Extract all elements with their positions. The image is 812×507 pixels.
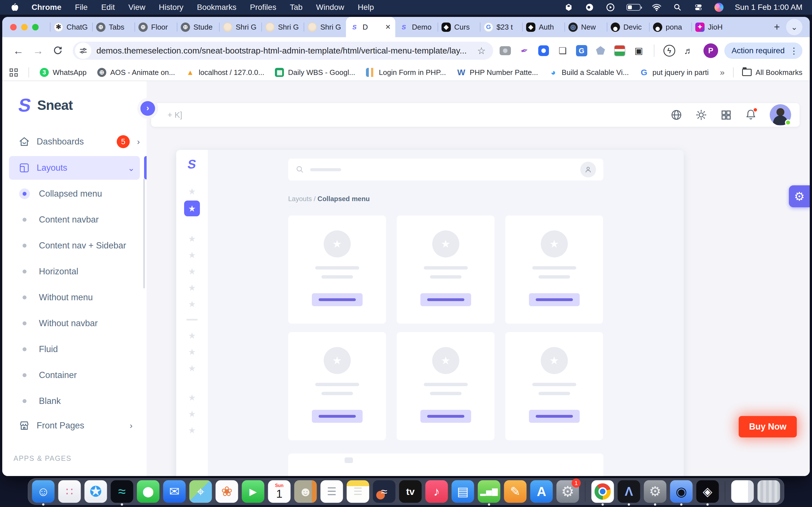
dock-mail-icon[interactable]: ✉ (163, 480, 186, 503)
menubar-history[interactable]: History (159, 3, 183, 12)
tab-demo[interactable]: S Demo (395, 17, 438, 37)
close-window-button[interactable] (10, 24, 17, 31)
dock-wave-app-icon[interactable]: ≈ (111, 480, 133, 503)
tab-shri-2[interactable]: Shri G (261, 17, 304, 37)
search-shortcut-hint[interactable]: + K] (167, 110, 182, 120)
camera-extension-icon[interactable] (499, 45, 511, 57)
dock-safari-icon[interactable]: ✪ (85, 480, 107, 503)
tab-jiohotstar[interactable]: ✦ JioH (691, 17, 733, 37)
menubar-help[interactable]: Help (358, 3, 374, 12)
dock-chrome-icon[interactable] (592, 480, 614, 503)
dock-blue-utility-icon[interactable]: ◉ (670, 480, 693, 503)
url-text[interactable]: demos.themeselection.com/sneat-bootstrap… (96, 46, 472, 55)
dock-apple-tv-icon[interactable]: tv (399, 480, 422, 503)
layout-preview-panel[interactable]: S ★ ★ ★ ★ ★ ★ ★ ★ ★ ★ ★ ★ ★ (176, 150, 684, 476)
battery-icon[interactable] (626, 4, 641, 11)
maximize-window-button[interactable] (32, 24, 39, 31)
dock-system-settings-icon[interactable]: ⚙ 1 (557, 480, 579, 503)
dock-keynote-icon[interactable]: ▤ (452, 480, 474, 503)
reload-button[interactable] (49, 42, 66, 59)
sidebar-item-front-pages[interactable]: Front Pages › (2, 414, 140, 438)
tab-shri-1[interactable]: Shri G (219, 17, 261, 37)
dock-reminders-icon[interactable]: ☰ (320, 480, 343, 503)
tab-stude[interactable]: ⊕ Stude (177, 17, 219, 37)
sidebar-item-content-nav-sidebar[interactable]: Content nav + Sidebar (2, 233, 147, 259)
recorder-extension-icon[interactable] (538, 45, 550, 57)
bookmark-jquery[interactable]: G put jquery in parti... (640, 68, 709, 77)
menubar-view[interactable]: View (128, 3, 145, 12)
menubar-app-name[interactable]: Chrome (32, 3, 61, 12)
overflow-menu-icon[interactable]: ⋮ (790, 46, 799, 56)
sidebar-item-container[interactable]: Container (2, 362, 147, 388)
menubar-profiles[interactable]: Profiles (250, 3, 276, 12)
tab-chatgpt[interactable]: ✻ ChatG (50, 17, 92, 37)
shield-extension-icon[interactable]: ⬟ (595, 45, 606, 57)
siri-icon[interactable] (714, 3, 723, 12)
tab-floor[interactable]: ⊕ Floor (135, 17, 177, 37)
bookmark-aos[interactable]: ⊕ AOS - Animate on... (97, 68, 175, 77)
apple-menu-icon[interactable] (10, 3, 19, 12)
menubar-bookmarks[interactable]: Bookmarks (197, 3, 236, 12)
all-bookmarks-button[interactable]: All Bookmarks (742, 68, 802, 77)
tab-cursor[interactable]: ◆ Curs (438, 17, 480, 37)
tab-ponar[interactable]: pona (649, 17, 691, 37)
menubar-tab[interactable]: Tab (290, 3, 303, 12)
menubar-window[interactable]: Window (316, 3, 344, 12)
bookmark-login-form[interactable]: Login Form in PHP... (366, 68, 446, 77)
jar-extension-icon[interactable]: ▣ (633, 45, 645, 57)
menubar-clock[interactable]: Sun 1 Feb 1:00 AM (735, 3, 802, 12)
dock-contacts-icon[interactable]: ☻ (294, 480, 317, 503)
translate-extension-icon[interactable]: G (576, 45, 587, 56)
bookmark-daily-wbs[interactable]: ▦ Daily WBS - Googl... (275, 68, 355, 77)
media-playlist-icon[interactable]: ♬ (682, 45, 695, 57)
dock-antigravity-icon[interactable]: Λ (618, 480, 640, 503)
tab-search-button[interactable]: ⌄ (786, 19, 802, 35)
spotlight-search-icon[interactable] (673, 3, 682, 12)
sidebar-scrollbar[interactable] (143, 179, 145, 288)
tab-demo-active[interactable]: S D ✕ (346, 17, 395, 37)
tab-new[interactable]: ◎ New (564, 17, 607, 37)
dock-facetime-icon[interactable]: ▶ (242, 480, 264, 503)
tab-shri-3[interactable]: Shri G (304, 17, 346, 37)
dock-launchpad-icon[interactable]: ∷ (58, 480, 81, 503)
sidebar-item-content-navbar[interactable]: Content navbar (2, 207, 147, 233)
colorful-extension-icon[interactable] (614, 45, 626, 57)
bookmark-php-pattern[interactable]: W PHP Number Patte... (457, 68, 538, 77)
sidebar-item-dashboards[interactable]: Dashboards 5 › (2, 130, 140, 154)
tab-tabs[interactable]: ⊕ Tabs (92, 17, 135, 37)
tab-auth[interactable]: ◆ Auth (522, 17, 564, 37)
shutter-status-icon[interactable] (585, 3, 594, 12)
notifications-bell-icon[interactable] (745, 108, 757, 121)
dock-messages-icon[interactable]: ⬤ (137, 480, 160, 503)
dock-crystal-icon[interactable]: ◈ (696, 480, 719, 503)
tab-close-icon[interactable]: ✕ (385, 23, 391, 31)
dock-photos-icon[interactable]: ❀ (216, 480, 238, 503)
dock-numbers-icon[interactable]: ▂▅▇ (478, 480, 500, 503)
dock-trash-icon[interactable] (758, 480, 780, 503)
bookmark-localhost[interactable]: ▲ localhost / 127.0.0... (186, 68, 264, 77)
box-status-icon[interactable] (564, 3, 573, 12)
apps-grid-icon[interactable] (10, 68, 18, 76)
back-button[interactable]: ← (10, 42, 27, 59)
buy-now-button[interactable]: Buy Now (739, 416, 797, 438)
sidebar-item-without-menu[interactable]: Without menu (2, 284, 147, 311)
sidebar-item-horizontal[interactable]: Horizontal (2, 259, 147, 284)
sidebar-item-without-navbar[interactable]: Without navbar (2, 311, 147, 336)
sidebar-item-fluid[interactable]: Fluid (2, 336, 147, 362)
chrome-profile-avatar[interactable]: P (703, 43, 718, 58)
menubar-file[interactable]: File (75, 3, 88, 12)
wifi-icon[interactable] (652, 3, 661, 12)
minimize-window-button[interactable] (21, 24, 28, 31)
dock-notes-icon[interactable]: ☰ (347, 480, 369, 503)
sidebar-item-collapsed-menu[interactable]: Collapsed menu (2, 181, 147, 207)
user-avatar[interactable] (770, 104, 791, 126)
language-globe-icon[interactable] (670, 109, 682, 121)
dock-music-icon[interactable]: ♪ (425, 480, 448, 503)
template-customizer-button[interactable]: ⚙ (789, 185, 810, 207)
control-center-icon[interactable] (694, 3, 703, 12)
bookmark-whatsapp[interactable]: 3 WhatsApp (40, 68, 87, 77)
menubar-edit[interactable]: Edit (101, 3, 115, 12)
bookmark-build-scalable[interactable]: ◕ Build a Scalable Vi... (549, 68, 629, 77)
action-required-pill[interactable]: Action required ⋮ (724, 43, 802, 59)
dock-freeform-icon[interactable]: ≈ (373, 480, 396, 503)
